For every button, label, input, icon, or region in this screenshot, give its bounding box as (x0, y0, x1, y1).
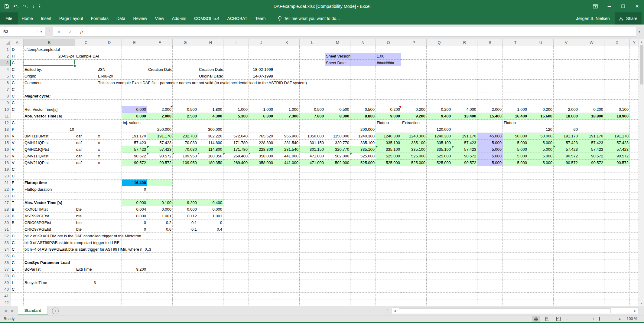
cell-K9[interactable] (274, 100, 300, 106)
cell-R11[interactable]: 13.400 (452, 113, 477, 120)
cell-A9[interactable]: C (11, 100, 24, 106)
cell-Q6[interactable] (427, 80, 452, 86)
cell-M21[interactable] (325, 180, 350, 186)
cell-B20[interactable] (24, 173, 75, 180)
cell-A8[interactable]: C (11, 93, 24, 100)
ribbon-tab-file[interactable]: File (0, 12, 18, 25)
cell-H32[interactable] (198, 233, 223, 239)
cell-J27[interactable] (249, 199, 274, 206)
cell-B6[interactable]: Comment (24, 80, 75, 86)
cell-M28[interactable] (325, 206, 350, 213)
cell-J9[interactable] (249, 100, 274, 106)
cell-E17[interactable]: 90.572 (122, 153, 147, 160)
cell-S11[interactable]: 15.400 (477, 113, 503, 120)
vertical-scroll-track[interactable] (639, 44, 644, 301)
cell-G16[interactable]: 70.030 (173, 146, 198, 153)
cell-R20[interactable] (452, 173, 477, 180)
cell-B17[interactable]: QMV11IQPtst (24, 153, 75, 160)
cell-X17[interactable]: 90.572 (604, 153, 630, 160)
cell-C13[interactable] (75, 126, 97, 133)
cell-L13[interactable] (300, 126, 325, 133)
cell-F14[interactable]: 191.170 (147, 133, 173, 140)
cell-N30[interactable] (350, 219, 376, 226)
cell-H2[interactable] (198, 53, 223, 60)
cell-R2[interactable] (452, 53, 477, 60)
ribbon-display-options-icon[interactable] (588, 0, 602, 12)
cell-K30[interactable] (274, 219, 300, 226)
cell-B31[interactable]: CRIO97PGEtst (24, 226, 75, 233)
cell-O4[interactable] (376, 66, 401, 73)
cell-E31[interactable]: 0 (122, 226, 147, 233)
cell-K34[interactable] (274, 246, 300, 253)
cell-U20[interactable] (528, 173, 554, 180)
col-header-R[interactable]: R (452, 39, 477, 46)
cell-X38[interactable] (604, 273, 630, 279)
cell-I8[interactable] (223, 93, 249, 100)
cell-W38[interactable] (579, 273, 604, 279)
row-header-34[interactable]: 34 (0, 246, 11, 253)
cell-N19[interactable] (350, 166, 376, 173)
cell-N22[interactable] (350, 186, 376, 193)
cell-B9[interactable] (24, 100, 75, 106)
cell-J32[interactable] (249, 233, 274, 239)
cell-P2[interactable] (401, 53, 427, 60)
ribbon-tab-comsol-5-4[interactable]: COMSOL 5.4 (190, 12, 223, 25)
cell-B1[interactable]: c:\temp\example.daf (24, 46, 75, 53)
cell-V35[interactable] (554, 253, 579, 259)
cell-R31[interactable] (452, 226, 477, 233)
cell-R9[interactable] (452, 100, 477, 106)
row-header-42[interactable]: 42 (0, 299, 11, 306)
cell-W34[interactable] (579, 246, 604, 253)
cell-H9[interactable] (198, 100, 223, 106)
cell-X9[interactable] (604, 100, 630, 106)
cell-Y20[interactable] (630, 173, 639, 180)
cell-V37[interactable] (554, 266, 579, 273)
cell-L32[interactable] (300, 233, 325, 239)
cell-S28[interactable] (477, 206, 503, 213)
cell-D22[interactable] (97, 186, 122, 193)
cell-B13[interactable]: 10 (24, 126, 75, 133)
page-layout-view-icon[interactable] (543, 316, 551, 322)
cell-F15[interactable]: 57.423 (147, 140, 173, 146)
cell-P11[interactable]: 9.200 (401, 113, 427, 120)
cell-Q10[interactable]: 0.200 (427, 106, 452, 113)
cell-M17[interactable]: 502.000 (325, 153, 350, 160)
cell-I39[interactable] (223, 279, 249, 286)
cell-N9[interactable] (350, 100, 376, 106)
cell-J19[interactable] (249, 166, 274, 173)
cell-G39[interactable] (173, 279, 198, 286)
cell-C14[interactable]: daf (75, 133, 97, 140)
cell-L30[interactable] (300, 219, 325, 226)
cell-T23[interactable] (503, 193, 528, 199)
cell-O13[interactable] (376, 126, 401, 133)
cell-F30[interactable]: 0.2 (147, 219, 173, 226)
cell-E35[interactable] (122, 253, 147, 259)
cell-Y39[interactable] (630, 279, 639, 286)
cell-K11[interactable]: 7.300 (274, 113, 300, 120)
row-header-15[interactable]: 15 (0, 140, 11, 146)
cell-W13[interactable] (579, 126, 604, 133)
zoom-out-icon[interactable]: − (565, 316, 568, 321)
cell-W14[interactable]: 191.170 (579, 133, 604, 140)
cell-W6[interactable] (579, 80, 604, 86)
cell-M8[interactable] (325, 93, 350, 100)
cell-T38[interactable] (503, 273, 528, 279)
cell-R21[interactable] (452, 180, 477, 186)
col-header-H[interactable]: H (198, 39, 223, 46)
cell-B15[interactable]: QMH11IQPtst (24, 140, 75, 146)
cell-M9[interactable] (325, 100, 350, 106)
cell-T10[interactable]: 1.000 (503, 106, 528, 113)
cell-C10[interactable] (75, 106, 97, 113)
cell-U15[interactable]: 5.000 (528, 140, 554, 146)
cell-U12[interactable] (528, 120, 554, 126)
cell-L12[interactable] (300, 120, 325, 126)
row-header-31[interactable]: 31 (0, 226, 11, 233)
cell-S9[interactable] (477, 100, 503, 106)
cell-A30[interactable]: B (11, 219, 24, 226)
col-header-V[interactable]: V (554, 39, 579, 46)
cell-U14[interactable]: 50.000 (528, 133, 554, 140)
cell-T7[interactable] (503, 86, 528, 93)
cell-S27[interactable] (477, 199, 503, 206)
cell-D21[interactable] (97, 180, 122, 186)
cell-X40[interactable] (604, 286, 630, 293)
